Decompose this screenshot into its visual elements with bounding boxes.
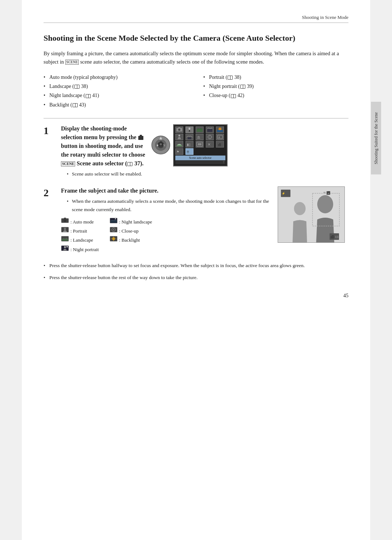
ref-book-icon [73, 103, 78, 107]
scene-cell [175, 141, 183, 148]
scene-menu-grid: 血 ⊕ ▮▯ ✕ ⬛ ⚑ ☰ [173, 124, 228, 166]
svg-point-57 [317, 195, 333, 213]
ref-book-icon [86, 94, 91, 98]
scene-cell: ✕ [206, 141, 214, 148]
icon-row-portrait: : Portrait [61, 227, 99, 235]
svg-text:ˢ³ ⬛: ˢ³ ⬛ [323, 191, 331, 195]
step-2-title: Frame the subject and take the picture. [61, 186, 272, 195]
svg-rect-9 [178, 127, 180, 128]
svg-text:⚡: ⚡ [282, 192, 285, 195]
step-1-bullet-item: Scene auto selector will be enabled. [67, 170, 145, 178]
portrait-mode-icon [61, 227, 69, 235]
extra-bullet-1: Press the shutter-release button halfway… [44, 262, 348, 270]
svg-text:☰: ☰ [187, 150, 189, 154]
step-2-number: 2 [44, 187, 54, 199]
icon-col-1: : Auto mode : Portrait : L [61, 218, 99, 254]
svg-point-46 [113, 229, 114, 230]
icon-row-closeup: : Close-up [110, 227, 152, 235]
step-2-viewfinder: ⚡ ˢ³ ⬛ [278, 186, 345, 243]
svg-text:⬛: ⬛ [218, 143, 221, 146]
svg-text:✕: ✕ [208, 142, 211, 146]
icon-row-landscape: : Landscape [61, 236, 99, 244]
header-text: Shooting in Scene Mode [302, 15, 348, 20]
ref-book-icon [74, 85, 79, 89]
list-item: Portrait ( 38) [203, 73, 348, 82]
svg-point-43 [115, 218, 116, 219]
svg-text:血: 血 [197, 136, 200, 139]
bullet-list-1: Auto mode (typical photography) Landscap… [44, 73, 189, 109]
step-1-bold: Scene auto selector [77, 160, 123, 166]
icon-row-auto: : Auto mode [61, 218, 99, 226]
extra-bullet-2: Press the shutter-release button the res… [44, 274, 348, 282]
closeup-mode-icon [110, 227, 118, 235]
svg-rect-25 [198, 143, 201, 145]
svg-point-10 [178, 129, 180, 131]
scene-auto-selector-label: Scene auto selector [175, 156, 225, 160]
step-2-image-area: ⚡ ˢ³ ⬛ [278, 186, 348, 243]
side-tab: Shooting Suited for the Scene [371, 102, 381, 174]
step-1-section: 1 Display the shooting-mode selection me… [44, 124, 348, 178]
scene-cell [196, 126, 204, 133]
ref-book-icon [127, 162, 132, 166]
page-number: 45 [44, 293, 348, 299]
svg-text:▮▯: ▮▯ [187, 143, 191, 146]
scene-cell: ⊕ [216, 134, 224, 140]
svg-rect-13 [207, 129, 212, 132]
scene-cell [185, 134, 193, 140]
list-item: Backlight ( 43) [44, 100, 189, 109]
svg-point-14 [219, 128, 221, 130]
svg-point-48 [112, 237, 115, 240]
scene-cell: ▮▯ [185, 141, 193, 148]
intro2-text: scene auto selector, the camera automati… [80, 59, 264, 65]
step-1-bullets: Scene auto selector will be enabled. [61, 170, 145, 178]
icon-mode-grid: : Auto mode : Portrait : L [61, 218, 272, 254]
landscape-mode-icon [61, 236, 69, 244]
ref-book-icon [240, 85, 245, 89]
step-2-text: Frame the subject and take the picture. … [61, 186, 272, 254]
scene-mode-icon: SCENE [65, 60, 79, 65]
icon-row-backlight: : Backlight [110, 236, 152, 244]
page: Shooting Suited for the Scene Shooting i… [22, 0, 370, 540]
svg-point-35 [64, 227, 66, 230]
step-1-image-area: ✱/SCN [151, 124, 228, 166]
step-1-layout: Display the shooting-mode selection menu… [61, 124, 228, 178]
side-tab-text: Shooting Suited for the Scene [373, 112, 379, 164]
ref-book-icon [231, 94, 236, 98]
svg-point-15 [178, 134, 180, 136]
scene-cell [206, 134, 214, 140]
svg-rect-6 [160, 141, 162, 143]
scene-cell [196, 141, 204, 148]
step-1-illustration: ✱/SCN [151, 124, 228, 166]
viewfinder-svg: ⚡ ˢ³ ⬛ [278, 187, 345, 243]
extra-bullet-1-text: Press the shutter-release button halfway… [49, 263, 305, 268]
step-1-title: Display the shooting-mode selection menu… [61, 124, 145, 168]
step-2-section: 2 Frame the subject and take the picture… [44, 186, 348, 254]
backlight-mode-icon [110, 236, 118, 244]
scene-cell [206, 126, 214, 133]
scene-cell: 血 [196, 134, 204, 140]
scene-cell [175, 134, 183, 140]
main-title: Shooting in the Scene Mode Selected by t… [44, 33, 348, 44]
svg-point-11 [188, 128, 190, 130]
bullet-col-1: Auto mode (typical photography) Landscap… [44, 73, 189, 109]
icon-col-2: : Night landscape : Close-up [110, 218, 152, 254]
svg-point-39 [64, 246, 66, 248]
step-2-layout: Frame the subject and take the picture. … [61, 186, 348, 254]
list-item: Close-up ( 42) [203, 91, 348, 100]
step-1-number: 1 [44, 125, 54, 137]
svg-text:⬛ 13: ⬛ 13 [330, 235, 339, 239]
page-header: Shooting in Scene Mode [44, 15, 348, 23]
step-2-bullets: When the camera automatically selects a … [61, 197, 272, 214]
svg-rect-22 [176, 145, 182, 146]
svg-point-7 [160, 143, 162, 145]
camera-button-icon [138, 136, 143, 140]
scene-cell: ⬛ [216, 141, 224, 148]
step-2-bullet-item: When the camera automatically selects a … [67, 197, 272, 214]
list-item: Landscape ( 38) [44, 82, 189, 91]
svg-text:⊕: ⊕ [218, 136, 220, 139]
list-item: Night portrait ( 39) [203, 82, 348, 91]
svg-rect-12 [197, 129, 203, 132]
night-portrait-icon [61, 245, 69, 254]
scene-cell [185, 126, 193, 133]
intro-paragraph: By simply framing a picture, the camera … [44, 49, 348, 66]
